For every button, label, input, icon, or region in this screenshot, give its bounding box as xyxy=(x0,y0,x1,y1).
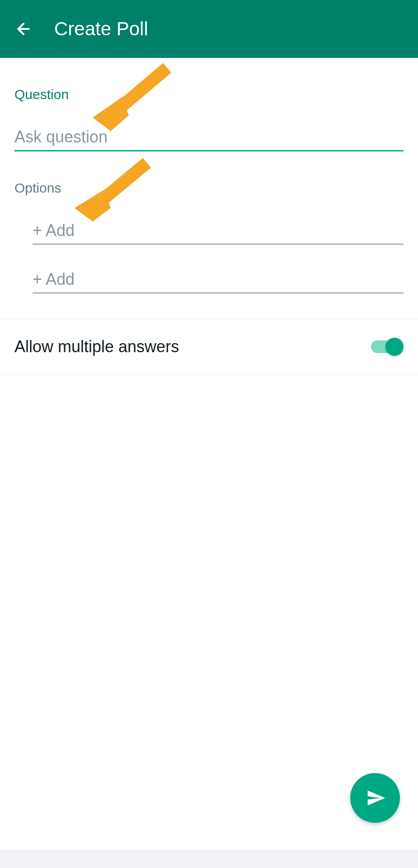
back-icon[interactable] xyxy=(14,20,33,38)
send-button[interactable] xyxy=(350,773,400,823)
bottom-bar xyxy=(0,850,418,868)
page-title: Create Poll xyxy=(54,18,148,40)
question-input[interactable] xyxy=(14,124,404,151)
options-label: Options xyxy=(14,180,404,196)
app-header: Create Poll xyxy=(0,0,418,58)
multiple-answers-row: Allow multiple answers xyxy=(0,319,418,375)
question-label: Question xyxy=(14,87,404,102)
option-input-1[interactable] xyxy=(33,217,404,245)
toggle-thumb xyxy=(385,338,404,356)
multiple-answers-label: Allow multiple answers xyxy=(14,337,179,356)
main-content: Question Options Allow multiple answers xyxy=(0,58,418,389)
send-icon xyxy=(366,788,386,808)
option-input-2[interactable] xyxy=(33,266,404,293)
multiple-answers-toggle[interactable] xyxy=(371,338,404,356)
